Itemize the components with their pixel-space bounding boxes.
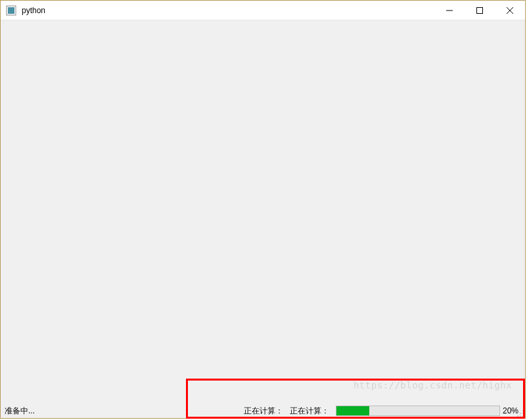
svg-rect-3 xyxy=(477,7,483,13)
watermark-text: https://blog.csdn.net/highx xyxy=(354,380,512,390)
size-grip[interactable] xyxy=(515,408,524,417)
application-window: python https://blog.csdn.net/highx 准备中..… xyxy=(0,0,526,419)
maximize-button[interactable] xyxy=(465,1,495,20)
svg-point-10 xyxy=(520,415,521,417)
window-controls xyxy=(434,1,525,20)
titlebar[interactable]: python xyxy=(1,1,525,20)
svg-point-8 xyxy=(522,413,524,414)
svg-point-9 xyxy=(517,415,518,417)
app-icon xyxy=(6,5,16,16)
svg-point-11 xyxy=(522,415,524,417)
statusbar: 准备中... 正在计算： 正在计算： 20% xyxy=(1,404,525,418)
svg-point-6 xyxy=(522,410,524,411)
minimize-button[interactable] xyxy=(434,1,465,20)
window-title: python xyxy=(22,6,45,15)
client-area: https://blog.csdn.net/highx xyxy=(1,20,525,404)
progress-bar xyxy=(336,406,500,416)
status-mid-text-1: 正在计算： xyxy=(244,406,290,417)
close-button[interactable] xyxy=(495,1,525,20)
progress-fill xyxy=(336,406,369,415)
svg-point-7 xyxy=(520,413,521,414)
progress-section: 20% xyxy=(336,406,522,416)
status-left-text: 准备中... xyxy=(5,406,35,417)
status-mid-text-2: 正在计算： xyxy=(290,406,336,417)
svg-rect-1 xyxy=(8,7,14,14)
